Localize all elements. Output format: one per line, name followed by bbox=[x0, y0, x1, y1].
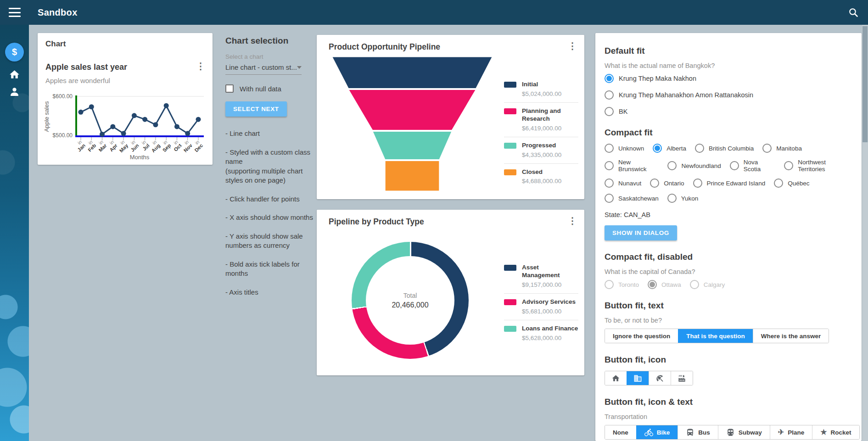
funnel-stage-closed bbox=[385, 161, 440, 191]
transportation-label: Transportation bbox=[605, 413, 852, 420]
segment-button-bike[interactable]: Bike bbox=[636, 425, 678, 439]
legend-value: $5,024,000.00 bbox=[522, 90, 578, 97]
segment-button-plane[interactable]: ✈Plane bbox=[770, 425, 812, 439]
radio-option-qu-bec[interactable]: Québec bbox=[774, 179, 809, 188]
segment-button-subway[interactable]: Subway bbox=[718, 425, 770, 439]
select-next-button[interactable]: SELECT NEXT bbox=[225, 101, 287, 117]
radio-option-british-columbia[interactable]: British Columbia bbox=[695, 144, 754, 153]
radio-option-yukon[interactable]: Yukon bbox=[667, 194, 699, 203]
radio-option-ottawa: Ottawa bbox=[648, 280, 681, 289]
radio-option-prince-edward-island[interactable]: Prince Edward Island bbox=[693, 179, 766, 188]
segment-button-beach-umbrella-icon[interactable] bbox=[649, 371, 671, 385]
radio-circle[interactable] bbox=[784, 161, 793, 170]
button-fit-icon-title: Button fit, icon bbox=[605, 355, 852, 365]
subway-icon bbox=[726, 428, 735, 437]
radio-label: Nunavut bbox=[618, 180, 641, 187]
user-icon[interactable] bbox=[9, 86, 20, 97]
segment-button-label: Subway bbox=[739, 429, 762, 436]
radio-circle[interactable] bbox=[667, 161, 677, 170]
search-icon[interactable] bbox=[848, 7, 859, 18]
legend-label: Loans and Finance bbox=[522, 325, 578, 333]
radio-option-bk[interactable]: BK bbox=[605, 107, 852, 116]
with-null-data-checkbox[interactable]: With null data bbox=[225, 84, 317, 93]
segment-button-ignore-the-question[interactable]: Ignore the question bbox=[605, 329, 678, 343]
radio-option-new-brunswick[interactable]: New Brunswick bbox=[605, 159, 659, 173]
segment-button-home-icon[interactable] bbox=[605, 371, 627, 385]
radio-option-krung-thep-mahanakhon-amon-rattanakosin[interactable]: Krung Thep Mahanakhon Amon Rattanakosin bbox=[605, 90, 852, 100]
radio-option-alberta[interactable]: Alberta bbox=[653, 144, 686, 153]
radio-option-ontario[interactable]: Ontario bbox=[650, 179, 684, 188]
kebab-menu-icon[interactable]: ⋮ bbox=[568, 41, 577, 50]
radio-label: Krung Thep Mahanakhon Amon Rattanakosin bbox=[619, 91, 753, 99]
segment-button-rocket[interactable]: ★Rocket bbox=[812, 425, 859, 439]
svg-text:inOct: inOct bbox=[169, 139, 182, 152]
apple-sales-chart[interactable]: $600.00$500.00Apple salesinJaninFebinMar… bbox=[42, 89, 207, 161]
radio-circle[interactable] bbox=[730, 161, 739, 170]
dollar-icon[interactable]: $ bbox=[5, 43, 24, 61]
legend-swatch bbox=[504, 326, 516, 332]
radio-option-nunavut[interactable]: Nunavut bbox=[605, 179, 641, 188]
radio-option-unknown[interactable]: Unknown bbox=[605, 144, 644, 153]
radio-circle[interactable] bbox=[695, 144, 704, 153]
radio-circle[interactable] bbox=[774, 179, 783, 188]
radio-option-calgary: Calgary bbox=[690, 280, 725, 289]
radio-circle[interactable] bbox=[667, 194, 677, 203]
menu-icon[interactable] bbox=[9, 8, 21, 17]
segment-button-bus[interactable]: Bus bbox=[678, 425, 718, 439]
kebab-menu-icon[interactable]: ⋮ bbox=[568, 216, 577, 225]
radio-option-newfoundland[interactable]: Newfoundland bbox=[667, 161, 721, 170]
segment-button-that-is-the-question[interactable]: That is the question bbox=[678, 329, 753, 343]
chevron-down-icon bbox=[297, 66, 302, 71]
radio-option-saskatchewan[interactable]: Saskatchewan bbox=[605, 194, 659, 203]
radio-label: New Brunswick bbox=[618, 159, 659, 173]
radio-circle[interactable] bbox=[605, 144, 614, 153]
radio-circle[interactable] bbox=[605, 107, 614, 116]
segment-button-office-building-icon[interactable] bbox=[627, 371, 649, 385]
show-in-dialog-button[interactable]: SHOW IN DIALOG bbox=[605, 225, 677, 240]
radio-circle[interactable] bbox=[653, 144, 662, 153]
radio-option-northwest-territories[interactable]: Northwest Territories bbox=[784, 159, 852, 173]
radio-label: British Columbia bbox=[709, 145, 754, 152]
plane-icon: ✈ bbox=[778, 429, 784, 436]
home-icon[interactable] bbox=[9, 69, 20, 80]
segment-button-label: That is the question bbox=[686, 333, 745, 340]
radio-option-krung-thep-maka-nakhon[interactable]: Krung Thep Maka Nakhon bbox=[605, 74, 852, 83]
kebab-menu-icon[interactable]: ⋮ bbox=[196, 61, 205, 71]
scrollbar[interactable] bbox=[862, 25, 868, 441]
chart-card: Chart Apple sales last year Apples are w… bbox=[38, 33, 213, 165]
segment-button-none[interactable]: None bbox=[605, 425, 636, 439]
radio-circle[interactable] bbox=[605, 74, 614, 83]
radio-circle bbox=[648, 280, 657, 289]
app-root: Sandbox $ Chart Apple sales last year Ap… bbox=[0, 0, 868, 441]
sidebar: $ bbox=[0, 25, 29, 441]
top-navbar: Sandbox bbox=[0, 0, 868, 25]
scrollbar-thumb[interactable] bbox=[862, 26, 868, 142]
icon-button-group bbox=[605, 371, 693, 385]
radio-circle[interactable] bbox=[605, 90, 614, 100]
legend-item-asset-management: Asset Management$9,157,000.00 bbox=[504, 259, 578, 293]
legend-swatch bbox=[504, 108, 516, 114]
legend-label: Progressed bbox=[522, 142, 578, 150]
radio-option-nova-scotia[interactable]: Nova Scotia bbox=[730, 159, 776, 173]
note-item: - Bold axis tick labels for months bbox=[225, 260, 317, 279]
radio-option-manitoba[interactable]: Manitoba bbox=[762, 144, 802, 153]
legend-value: $5,628,000.00 bbox=[522, 335, 578, 341]
note-item: - Line chart bbox=[225, 129, 317, 139]
funnel-chart-title: Product Opportunity Pipeline bbox=[329, 42, 440, 52]
chart-select-dropdown[interactable]: Line chart - custom st... bbox=[225, 63, 302, 75]
radio-circle[interactable] bbox=[762, 144, 772, 153]
checkbox-icon[interactable] bbox=[225, 84, 234, 93]
radio-circle[interactable] bbox=[693, 179, 702, 188]
radio-circle[interactable] bbox=[605, 179, 614, 188]
svg-text:Apple sales: Apple sales bbox=[43, 101, 50, 132]
radio-circle[interactable] bbox=[605, 161, 614, 170]
legend-swatch bbox=[504, 299, 516, 305]
legend-label: Planning and Research bbox=[522, 107, 578, 123]
segment-button-where-is-the-answer[interactable]: Where is the answer bbox=[753, 329, 829, 343]
radio-circle[interactable] bbox=[605, 194, 614, 203]
segment-button-factory-icon[interactable] bbox=[671, 371, 693, 385]
form-fits-panel: Default fit What is the actual name of B… bbox=[595, 33, 862, 441]
legend-value: $6,419,000.00 bbox=[522, 125, 578, 132]
radio-circle[interactable] bbox=[650, 179, 659, 188]
donut-legend: Asset Management$9,157,000.00Advisory Se… bbox=[504, 259, 578, 346]
